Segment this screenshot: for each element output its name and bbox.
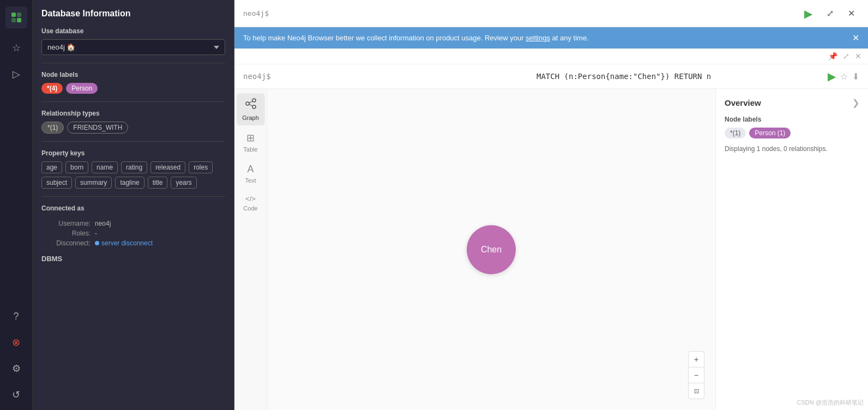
left-panel: Database Information Use database neo4j …	[33, 0, 234, 410]
tab-graph[interactable]: Graph	[237, 93, 265, 125]
username-label: Username:	[41, 220, 91, 227]
table-tab-label: Table	[243, 146, 257, 153]
query-input-area: neo4j$ MATCH (n:Person{name:"Chen"}) RET…	[234, 64, 868, 89]
database-select[interactable]: neo4j 🏠	[41, 39, 225, 55]
svg-point-6	[252, 105, 256, 108]
node-count-tag[interactable]: *(4)	[41, 83, 63, 94]
info-banner: To help make Neo4j Browser better we col…	[234, 27, 868, 49]
code-tab-label: Code	[243, 205, 257, 212]
rel-types-title: Relationship types	[41, 110, 225, 117]
node-label: Chen	[481, 245, 502, 255]
query-bar-expand-btn[interactable]: ⤢	[822, 6, 838, 21]
help-icon[interactable]: ?	[5, 305, 27, 327]
result-close-btn[interactable]: ✕	[855, 52, 861, 61]
overview-status: Displaying 1 nodes, 0 relationships.	[725, 145, 859, 153]
prop-rating[interactable]: rating	[121, 161, 147, 173]
banner-settings-link[interactable]: settings	[526, 34, 550, 42]
node-labels-row: *(4) Person	[41, 83, 225, 94]
zoom-out-btn[interactable]: −	[689, 367, 704, 383]
overview-node-labels-title: Node labels	[725, 116, 859, 123]
prop-age[interactable]: age	[41, 161, 62, 173]
svg-rect-1	[17, 13, 21, 17]
person-tag[interactable]: Person	[66, 83, 98, 94]
dbms-title: DBMS	[41, 255, 225, 263]
prop-name[interactable]: name	[92, 161, 118, 173]
graph-tab-label: Graph	[242, 114, 259, 121]
result-star-btn[interactable]: ☆	[840, 70, 848, 83]
banner-text: To help make Neo4j Browser better we col…	[243, 34, 589, 42]
overview-title: Overview	[725, 98, 761, 107]
prop-summary[interactable]: summary	[75, 177, 112, 189]
query-label: neo4j$	[243, 72, 529, 81]
prop-years[interactable]: years	[171, 177, 196, 189]
svg-line-7	[249, 101, 252, 104]
main-content: neo4j$ ▶ ⤢ ✕ To help make Neo4j Browser …	[234, 0, 868, 410]
zoom-controls: + − ⊡	[688, 351, 704, 399]
sidebar-icons: ☆ ▷ ? ⊗ ⚙ ↺	[0, 0, 33, 410]
zoom-fit-btn[interactable]: ⊡	[689, 383, 704, 399]
graph-node-chen[interactable]: Chen	[467, 225, 516, 274]
query-bar-play-btn[interactable]: ▶	[800, 5, 817, 22]
star-icon[interactable]: ☆	[5, 37, 27, 59]
prop-released[interactable]: released	[150, 161, 185, 173]
prop-keys-row: age born name rating released roles subj…	[41, 161, 225, 189]
svg-rect-3	[17, 18, 21, 22]
history-icon[interactable]: ↺	[5, 384, 27, 406]
use-database-label: Use database	[41, 27, 225, 35]
overview-tags: *(1) Person (1)	[725, 128, 859, 138]
query-actions: ▶ ☆ ⬇	[828, 70, 859, 83]
svg-point-4	[246, 102, 249, 105]
logo-icon[interactable]	[5, 7, 27, 28]
disconnect-text[interactable]: server disconnect	[101, 239, 153, 247]
tab-code[interactable]: </> Code	[237, 190, 265, 216]
tab-text[interactable]: A Text	[237, 159, 265, 188]
overview-panel: Overview ❯ Node labels *(1) Person (1) D…	[715, 89, 868, 410]
result-download-btn[interactable]: ⬇	[852, 70, 859, 83]
roles-value: -	[95, 230, 97, 237]
result-panel: 📌 ⤢ ✕ neo4j$ MATCH (n:Person{name:"Chen"…	[234, 49, 868, 410]
svg-point-5	[252, 99, 256, 102]
prop-born[interactable]: born	[65, 161, 88, 173]
username-value: neo4j	[95, 220, 111, 227]
overview-person-tag[interactable]: Person (1)	[749, 128, 791, 138]
prop-title[interactable]: title	[148, 177, 168, 189]
disconnect-dot-icon	[95, 241, 99, 245]
node-labels-title: Node labels	[41, 71, 225, 79]
zoom-in-btn[interactable]: +	[689, 352, 704, 367]
friends-with-tag[interactable]: FRIENDS_WITH	[67, 122, 128, 134]
result-toolbar: 📌 ⤢ ✕	[234, 49, 868, 64]
query-bar: neo4j$ ▶ ⤢ ✕	[234, 0, 868, 27]
tab-table[interactable]: ⊞ Table	[237, 128, 265, 157]
roles-label: Roles:	[41, 230, 91, 237]
disconnect-label: Disconnect:	[41, 239, 91, 247]
result-play-btn[interactable]: ▶	[828, 70, 836, 83]
prop-tagline[interactable]: tagline	[115, 177, 144, 189]
graph-area: Chen + − ⊡	[267, 89, 715, 410]
query-bar-close-btn[interactable]: ✕	[843, 6, 859, 21]
overview-header: Overview ❯	[725, 98, 859, 108]
rel-types-row: *(1) FRIENDS_WITH	[41, 122, 225, 134]
error-icon[interactable]: ⊗	[5, 331, 27, 353]
result-pin-btn[interactable]: 📌	[828, 52, 837, 61]
prop-subject[interactable]: subject	[41, 177, 72, 189]
result-body: Graph ⊞ Table A Text </> Code Chen	[234, 89, 868, 410]
table-tab-icon: ⊞	[246, 132, 255, 144]
query-display: MATCH (n:Person{name:"Chen"}) RETURN n	[537, 72, 822, 81]
overview-expand-btn[interactable]: ❯	[852, 98, 859, 108]
graph-tab-icon	[245, 98, 257, 112]
connected-section: Username: neo4j Roles: - Disconnect: ser…	[41, 220, 225, 247]
rel-count-tag[interactable]: *(1)	[41, 122, 64, 134]
overview-all-tag[interactable]: *(1)	[725, 128, 746, 138]
play-icon[interactable]: ▷	[5, 63, 27, 85]
prop-roles[interactable]: roles	[189, 161, 213, 173]
settings-icon[interactable]: ⚙	[5, 358, 27, 379]
result-expand-btn[interactable]: ⤢	[843, 52, 849, 61]
panel-title: Database Information	[41, 9, 225, 19]
text-tab-icon: A	[247, 164, 254, 175]
view-tabs: Graph ⊞ Table A Text </> Code	[234, 89, 267, 410]
query-bar-label: neo4j$	[243, 9, 269, 17]
disconnect-link[interactable]: server disconnect	[95, 239, 153, 247]
code-tab-icon: </>	[245, 195, 256, 203]
svg-rect-2	[11, 18, 16, 22]
banner-close-btn[interactable]: ✕	[852, 33, 859, 43]
